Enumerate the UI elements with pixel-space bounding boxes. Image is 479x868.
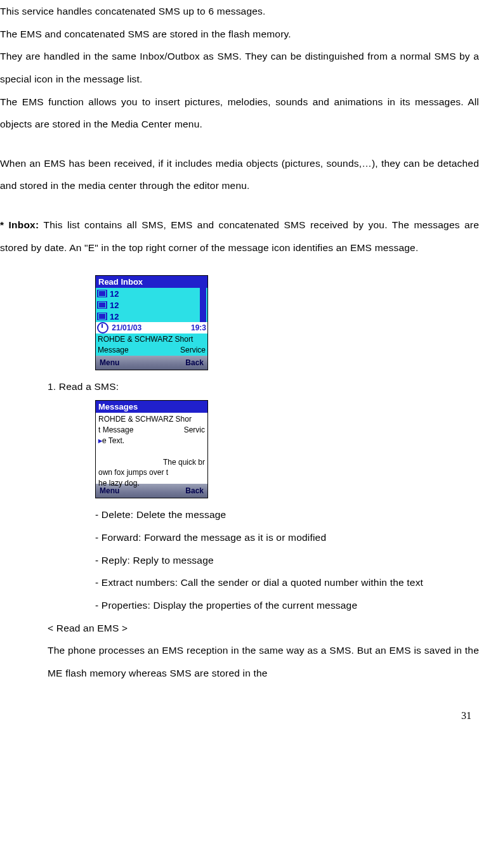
intro-line-5: When an EMS has been received, if it inc… — [0, 152, 479, 197]
msg-line: Servic — [184, 425, 205, 436]
phone-title: Messages — [96, 401, 207, 413]
step-1-heading: 1. Read a SMS: — [48, 375, 479, 398]
option-extract: - Extract numbers: Call the sender or di… — [95, 571, 479, 594]
softkey-back[interactable]: Back — [185, 486, 204, 495]
inbox-item[interactable]: 12 — [96, 288, 207, 299]
envelope-icon — [97, 313, 107, 320]
clock-icon — [97, 322, 108, 334]
scrollbar[interactable] — [200, 288, 206, 322]
intro-line-4: The EMS function allows you to insert pi… — [0, 91, 479, 136]
message-time: 19:3 — [191, 323, 206, 332]
inbox-count: 12 — [110, 301, 119, 310]
option-forward: - Forward: Forward the message as it is … — [95, 526, 479, 549]
message-preview: ROHDE & SCHWARZ Short MessageService — [96, 334, 207, 355]
inbox-text: This list contains all SMS, EMS and conc… — [0, 219, 479, 253]
softkey-menu[interactable]: Menu — [100, 358, 119, 367]
msg-line: e Text. — [102, 436, 124, 445]
envelope-icon — [97, 301, 107, 309]
intro-line-2: The EMS and concatenated SMS are stored … — [0, 23, 479, 46]
inbox-para: * Inbox: This list contains all SMS, EMS… — [0, 214, 479, 259]
page-number: 31 — [0, 710, 479, 722]
phone-title: Read Inbox — [96, 276, 207, 288]
inbox-item[interactable]: 12 — [96, 299, 207, 311]
intro-line-3: They are handled in the same Inbox/Outbo… — [0, 45, 479, 90]
inbox-count: 12 — [110, 312, 119, 321]
softkey-back[interactable]: Back — [185, 358, 204, 367]
message-date: 21/01/03 — [112, 323, 141, 332]
inbox-item-selected[interactable]: 21/01/03 19:3 — [96, 322, 207, 334]
option-delete: - Delete: Delete the message — [95, 503, 479, 526]
read-ems-text: The phone processes an EMS reception in … — [48, 639, 479, 684]
preview-line: Message — [98, 345, 129, 355]
phone-list: 12 12 12 — [96, 288, 207, 322]
inbox-item[interactable]: 12 — [96, 311, 207, 322]
phone-inbox-figure: Read Inbox 12 12 12 21/01/03 19:3 ROHDE … — [95, 275, 208, 370]
msg-line: ROHDE & SCHWARZ Shor — [98, 414, 205, 425]
preview-line: ROHDE & SCHWARZ Short — [98, 334, 206, 344]
inbox-label: * Inbox: — [0, 219, 44, 230]
intro-line-1: This service handles concatenated SMS up… — [0, 0, 479, 23]
msg-line: The quick br — [163, 458, 205, 467]
read-ems-heading: < Read an EMS > — [48, 617, 479, 640]
option-properties: - Properties: Display the properties of … — [95, 594, 479, 617]
envelope-icon — [97, 290, 107, 297]
option-reply: - Reply: Reply to message — [95, 549, 479, 572]
phone-message-figure: Messages ROHDE & SCHWARZ Shor t MessageS… — [95, 400, 208, 498]
msg-line: own fox jumps over t — [98, 467, 205, 478]
msg-line: t Message — [98, 425, 133, 436]
softkey-menu[interactable]: Menu — [100, 486, 119, 495]
message-body: ROHDE & SCHWARZ Shor t MessageServic ▸e … — [96, 413, 207, 484]
preview-line: Service — [180, 345, 206, 355]
inbox-count: 12 — [110, 289, 119, 299]
